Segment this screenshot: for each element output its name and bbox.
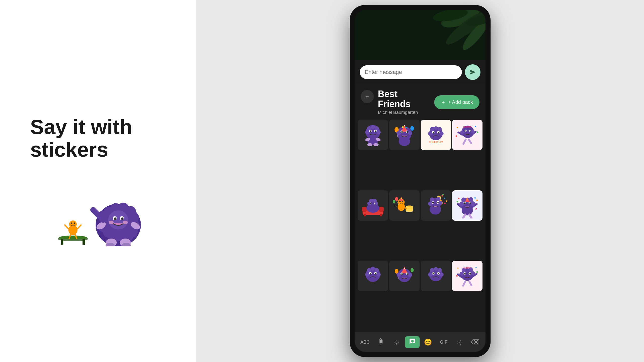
svg-point-29 [121, 217, 124, 220]
svg-rect-166 [475, 208, 477, 210]
kb-gif[interactable]: GIF [436, 336, 451, 348]
svg-rect-107 [380, 214, 382, 216]
sticker-cry[interactable] [421, 261, 451, 291]
kb-gif2[interactable]: 😊 [421, 336, 435, 348]
svg-point-139 [432, 202, 434, 203]
svg-point-179 [377, 273, 381, 277]
svg-rect-100 [475, 126, 476, 127]
pack-info: Best Friends Michiel Baumgarten [378, 89, 430, 115]
svg-point-219 [476, 271, 478, 273]
svg-point-28 [114, 217, 116, 220]
svg-point-57 [367, 126, 371, 130]
back-arrow-icon: ← [365, 93, 370, 100]
svg-point-189 [407, 274, 408, 275]
svg-line-95 [469, 140, 471, 143]
svg-point-129 [411, 211, 412, 212]
send-button[interactable] [465, 64, 480, 80]
svg-line-160 [463, 214, 465, 218]
pack-title: Best Friends [378, 89, 430, 109]
add-pack-button[interactable]: ＋ + Add pack [434, 95, 479, 109]
svg-point-5 [69, 220, 77, 228]
sticker-cheer-up[interactable]: CHEER UP! [421, 120, 451, 150]
svg-rect-163 [474, 197, 476, 199]
svg-rect-146 [446, 200, 448, 202]
svg-point-222 [471, 271, 475, 275]
sticker-party2[interactable] [389, 261, 420, 291]
chat-background [355, 10, 486, 60]
kb-emoticon-label: :-) [457, 340, 462, 345]
right-panel: ← Best Friends Michiel Baumgarten ＋ + Ad… [196, 0, 644, 362]
sticker-grid: CHEER UP! [355, 118, 486, 332]
sticker-svg-travel [391, 193, 417, 218]
svg-line-9 [77, 225, 81, 229]
back-button[interactable]: ← [361, 90, 374, 103]
phone-screen: ← Best Friends Michiel Baumgarten ＋ + Ad… [355, 10, 486, 352]
sticker-panel-header: ← Best Friends Michiel Baumgarten ＋ + Ad… [355, 84, 486, 118]
svg-rect-104 [362, 207, 367, 212]
svg-point-220 [456, 275, 458, 277]
svg-point-79 [433, 132, 434, 133]
message-input[interactable] [360, 65, 462, 79]
sticker-1[interactable] [358, 120, 388, 150]
svg-point-204 [430, 268, 434, 272]
sticker-svg-sofa [360, 193, 386, 218]
keyboard-bar: ABC ☺ [355, 332, 486, 352]
sticker-dance[interactable] [452, 190, 482, 221]
kb-abc-label: ABC [360, 340, 370, 345]
sticker-svg-party2 [391, 263, 417, 289]
svg-point-176 [370, 273, 371, 275]
svg-point-86 [434, 126, 437, 130]
kb-clip[interactable] [374, 336, 388, 348]
svg-point-210 [464, 273, 466, 275]
svg-point-75 [408, 131, 412, 135]
svg-point-203 [439, 273, 444, 277]
svg-point-211 [469, 273, 471, 275]
svg-rect-105 [379, 207, 384, 212]
add-pack-icon: ＋ [441, 99, 446, 106]
svg-point-102 [456, 135, 457, 137]
svg-point-63 [405, 127, 407, 128]
sticker-svg-2 [391, 122, 417, 148]
svg-point-193 [397, 273, 401, 277]
kb-gif2-icon: 😊 [424, 338, 432, 346]
sticker-travel[interactable] [389, 190, 420, 221]
sticker-svg-dance [454, 193, 480, 218]
kb-delete[interactable]: ⌫ [468, 336, 482, 348]
svg-point-224 [469, 268, 473, 272]
sticker-svg-sad2 [360, 263, 386, 289]
svg-point-124 [401, 198, 402, 199]
kb-emoticon[interactable]: :-) [452, 336, 467, 348]
svg-point-73 [399, 137, 410, 146]
svg-point-202 [428, 273, 432, 277]
svg-point-148 [428, 202, 432, 206]
sticker-hurry2[interactable]: HURRY! [452, 261, 482, 291]
svg-point-221 [460, 272, 464, 276]
svg-line-215 [469, 282, 471, 285]
hero-illustration [30, 181, 151, 246]
svg-point-171 [461, 197, 466, 202]
sticker-sofa[interactable] [358, 190, 388, 221]
kb-sticker-active[interactable] [405, 336, 420, 348]
sticker-hurry[interactable]: HURRY! [452, 120, 482, 150]
svg-rect-217 [457, 267, 459, 269]
svg-point-206 [434, 267, 437, 271]
sticker-svg-cheer-up: CHEER UP! [423, 122, 449, 148]
svg-point-84 [430, 127, 434, 131]
svg-point-182 [371, 267, 375, 271]
svg-point-194 [408, 273, 412, 277]
svg-point-177 [375, 273, 377, 275]
svg-point-82 [428, 131, 432, 135]
sticker-sad2[interactable] [358, 261, 388, 291]
svg-line-161 [469, 214, 471, 218]
svg-point-85 [438, 127, 442, 131]
sticker-2[interactable] [389, 120, 420, 150]
svg-point-3 [59, 236, 87, 240]
svg-point-74 [397, 131, 401, 135]
svg-point-97 [460, 130, 464, 134]
sticker-svg-confetti [423, 193, 449, 218]
kb-emoji[interactable]: ☺ [389, 336, 404, 348]
svg-point-98 [471, 130, 475, 133]
svg-point-147 [444, 203, 446, 204]
kb-abc[interactable]: ABC [358, 336, 372, 348]
sticker-confetti[interactable] [421, 190, 451, 221]
